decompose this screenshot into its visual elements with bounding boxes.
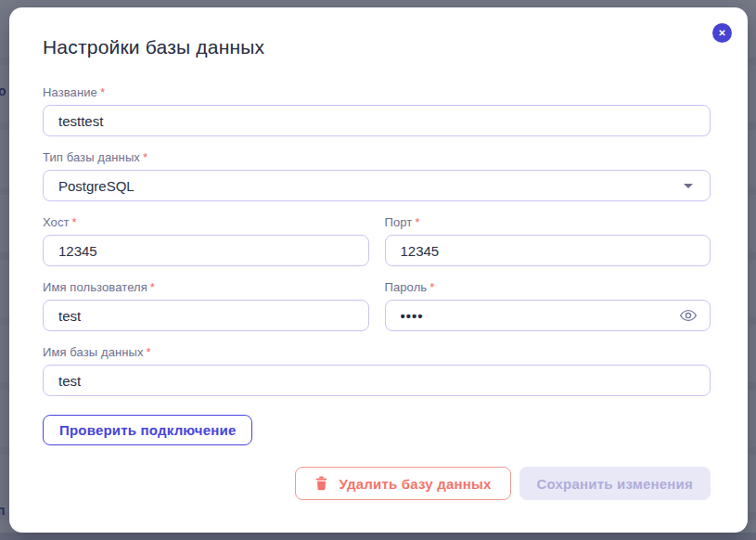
label-text: Порт — [385, 215, 413, 229]
username-input[interactable] — [43, 300, 369, 331]
host-input[interactable] — [43, 235, 369, 266]
required-asterisk: * — [429, 280, 434, 294]
host-field-label: Хост* — [43, 216, 369, 229]
label-text: Имя пользователя — [43, 280, 147, 294]
port-field-label: Порт* — [385, 216, 711, 229]
dialog-title: Настройки базы данных — [43, 35, 711, 58]
trash-icon — [314, 476, 328, 491]
password-input-wrapper — [385, 300, 711, 331]
required-asterisk: * — [415, 215, 419, 229]
background-text-fragment-top: о — [0, 84, 6, 97]
db-name-input[interactable] — [43, 365, 711, 396]
test-connection-button[interactable]: Проверить подключение — [43, 415, 252, 445]
required-asterisk: * — [150, 280, 155, 294]
username-password-row: Имя пользователя* Пароль* — [43, 281, 711, 331]
background-footer-strip — [0, 533, 756, 540]
required-asterisk: * — [100, 85, 105, 99]
save-changes-button-label: Сохранить изменения — [537, 476, 693, 492]
label-text: Название — [43, 85, 97, 99]
delete-database-button[interactable]: Удалить базу данных — [295, 467, 510, 500]
db-type-field-label: Тип базы данных* — [43, 151, 711, 164]
chevron-down-icon — [684, 184, 693, 188]
db-type-field: Тип базы данных* PostgreSQL — [43, 151, 711, 201]
required-asterisk: * — [147, 345, 151, 359]
label-text: Хост — [43, 215, 70, 229]
db-type-select[interactable]: PostgreSQL — [43, 170, 711, 201]
port-field: Порт* — [385, 216, 711, 266]
name-field-label: Название* — [43, 86, 711, 99]
username-field: Имя пользователя* — [43, 281, 369, 331]
host-field: Хост* — [43, 216, 369, 266]
database-settings-dialog: ✕ Настройки базы данных Название* Тип ба… — [9, 7, 748, 533]
test-connection-button-label: Проверить подключение — [59, 422, 236, 438]
name-field: Название* — [43, 86, 711, 136]
required-asterisk: * — [72, 215, 77, 229]
required-asterisk: * — [143, 150, 147, 164]
close-button[interactable]: ✕ — [712, 23, 732, 43]
label-text: Имя базы данных — [43, 345, 144, 359]
label-text: Тип базы данных — [43, 150, 140, 164]
password-field-label: Пароль* — [385, 281, 711, 294]
db-type-selected-value: PostgreSQL — [58, 178, 135, 194]
db-name-field-label: Имя базы данных* — [43, 346, 711, 359]
eye-icon[interactable] — [679, 306, 698, 325]
port-input[interactable] — [385, 235, 711, 266]
password-input[interactable] — [385, 300, 711, 331]
name-input[interactable] — [43, 105, 711, 136]
password-field: Пароль* — [385, 281, 711, 331]
save-changes-button[interactable]: Сохранить изменения — [519, 467, 711, 500]
host-port-row: Хост* Порт* — [43, 216, 711, 266]
close-icon: ✕ — [718, 23, 725, 43]
db-name-field: Имя базы данных* — [43, 346, 711, 396]
dialog-footer: Удалить базу данных Сохранить изменения — [43, 467, 711, 500]
username-field-label: Имя пользователя* — [43, 281, 369, 294]
background-text-fragment-bottom: п — [0, 504, 5, 517]
delete-database-button-label: Удалить базу данных — [339, 476, 491, 492]
label-text: Пароль — [385, 280, 428, 294]
